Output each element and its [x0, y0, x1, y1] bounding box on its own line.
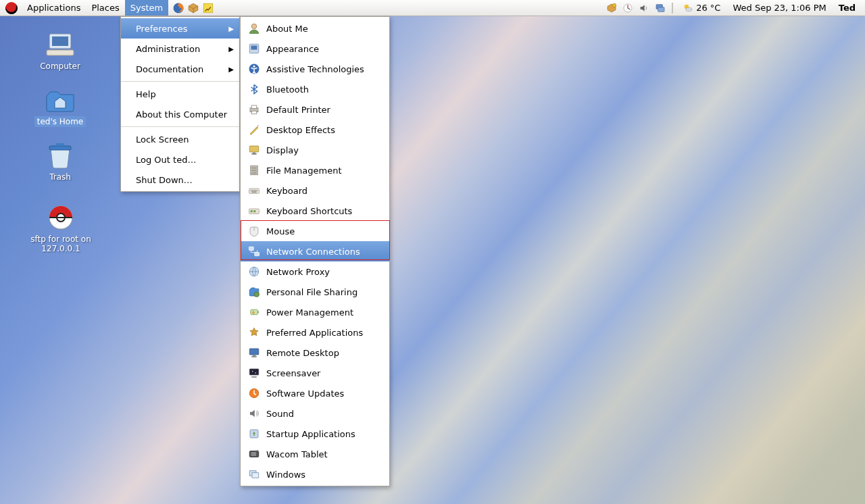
menu-item-label: Power Management: [266, 307, 353, 318]
firefox-launcher[interactable]: [171, 1, 186, 16]
pref-item-printer[interactable]: Default Printer: [241, 99, 389, 120]
svg-rect-21: [251, 105, 257, 109]
pref-item-screensaver[interactable]: Screensaver: [241, 363, 389, 383]
menu-item-label: Network Proxy: [266, 267, 330, 277]
pref-item-keyboard[interactable]: Keyboard: [241, 180, 389, 201]
menu-item-label: Display: [266, 145, 299, 155]
pref-item-network-proxy[interactable]: Network Proxy: [241, 261, 389, 282]
pref-item-sound[interactable]: Sound: [241, 403, 389, 424]
clock-applet[interactable]: Wed Sep 23, 1:06 PM: [728, 3, 830, 13]
svg-point-52: [255, 372, 257, 374]
effects-icon: [247, 123, 261, 136]
desktop-icon-home[interactable]: ted's Home: [23, 86, 97, 127]
menu-item-label: Default Printer: [266, 105, 330, 115]
submenu-arrow-icon: ▶: [228, 25, 234, 32]
svg-rect-24: [253, 153, 256, 154]
menu-item-label: Shut Down…: [136, 175, 193, 185]
pref-item-display[interactable]: Display: [241, 140, 389, 160]
desktop-icon-sftp[interactable]: sftp for root on 127.0.0.1: [14, 204, 108, 254]
menu-item-administration[interactable]: Administration ▶: [121, 39, 239, 59]
menu-item-label: About Me: [266, 24, 308, 34]
menu-item-label: Sound: [266, 409, 294, 419]
svg-rect-9: [52, 36, 68, 46]
package-manager-launcher[interactable]: [186, 1, 201, 16]
menu-item-lock-screen[interactable]: Lock Screen: [121, 129, 239, 149]
weather-applet[interactable]: 26 °C: [678, 3, 724, 14]
sftp-icon: [45, 204, 77, 231]
svg-rect-48: [253, 355, 256, 357]
pref-item-power-management[interactable]: Power Management: [241, 302, 389, 322]
svg-rect-46: [257, 311, 259, 313]
pref-item-keyboard-shortcuts[interactable]: Keyboard Shortcuts: [241, 201, 389, 221]
menu-item-label: Bluetooth: [266, 84, 309, 95]
svg-rect-27: [251, 168, 257, 169]
svg-rect-59: [252, 473, 259, 478]
remote-desktop-icon: [247, 346, 261, 359]
pref-item-windows[interactable]: Windows: [241, 464, 389, 484]
sound-icon: [247, 407, 261, 420]
menu-item-label: Appearance: [266, 44, 319, 54]
menu-item-label: Help: [136, 89, 156, 99]
pref-item-personal-file-sharing[interactable]: Personal File Sharing: [241, 282, 389, 302]
svg-rect-42: [255, 253, 260, 256]
menu-item-about[interactable]: About this Computer: [121, 104, 239, 124]
screensaver-icon: [247, 366, 261, 380]
pref-item-file-management[interactable]: File Management: [241, 160, 389, 180]
notes-launcher[interactable]: [201, 1, 216, 16]
volume-tray-icon[interactable]: [638, 2, 650, 14]
pref-item-network-connections[interactable]: Network Connections: [241, 241, 389, 261]
svg-rect-33: [253, 190, 255, 191]
pref-item-mouse[interactable]: Mouse: [241, 221, 389, 241]
svg-point-51: [252, 371, 253, 372]
svg-rect-57: [251, 452, 257, 456]
svg-point-7: [686, 7, 692, 11]
pref-item-about-me[interactable]: About Me: [241, 18, 389, 39]
system-menu[interactable]: System: [125, 0, 168, 16]
bluetooth-icon: [247, 82, 261, 96]
keyboard-shortcuts-icon: [247, 204, 261, 218]
pref-item-assistive[interactable]: Assistive Technologies: [241, 59, 389, 79]
tablet-icon: [247, 447, 261, 461]
preferred-apps-icon: [247, 326, 261, 339]
file-sharing-icon: [247, 285, 261, 299]
menu-item-preferences[interactable]: Preferences ▶: [121, 18, 239, 39]
user-menu[interactable]: Ted: [835, 3, 860, 13]
menu-item-logout[interactable]: Log Out ted…: [121, 149, 239, 170]
svg-rect-34: [255, 190, 257, 191]
pref-item-preferred-applications[interactable]: Preferred Applications: [241, 322, 389, 343]
desktop-icon-computer[interactable]: Computer: [23, 31, 97, 72]
network-connections-icon: [247, 245, 261, 258]
menu-item-documentation[interactable]: Documentation ▶: [121, 59, 239, 79]
svg-rect-47: [249, 349, 259, 355]
applications-menu[interactable]: Applications: [22, 0, 86, 16]
pref-item-remote-desktop[interactable]: Remote Desktop: [241, 343, 389, 363]
menu-item-help[interactable]: Help: [121, 84, 239, 104]
mouse-icon: [247, 224, 261, 238]
menu-item-label: File Management: [266, 166, 342, 176]
submenu-arrow-icon: ▶: [228, 66, 234, 73]
tray-separator: [672, 3, 673, 14]
pref-item-wacom-tablet[interactable]: Wacom Tablet: [241, 444, 389, 464]
cpu-meter-tray-icon[interactable]: [622, 2, 634, 14]
svg-rect-50: [249, 369, 259, 375]
menu-item-shutdown[interactable]: Shut Down…: [121, 170, 239, 190]
pref-item-appearance[interactable]: Appearance: [241, 39, 389, 59]
home-folder-icon: [44, 86, 76, 114]
pref-item-bluetooth[interactable]: Bluetooth: [241, 79, 389, 99]
pref-item-startup-applications[interactable]: Startup Applications: [241, 424, 389, 444]
svg-rect-29: [251, 172, 257, 174]
desktop-icon-trash[interactable]: Trash: [23, 142, 97, 182]
menu-item-label: About this Computer: [136, 109, 227, 120]
update-tray-icon[interactable]: [606, 2, 618, 14]
places-menu[interactable]: Places: [86, 0, 124, 16]
windows-icon: [247, 468, 261, 481]
svg-point-19: [253, 66, 255, 68]
pref-item-desktop-effects[interactable]: Desktop Effects: [241, 120, 389, 140]
redhat-logo-icon[interactable]: [5, 2, 18, 14]
menu-item-label: Preferred Applications: [266, 328, 363, 338]
svg-rect-53: [251, 376, 257, 378]
menu-item-label: Desktop Effects: [266, 125, 335, 135]
preferences-submenu: About Me Appearance Assistive Technologi…: [240, 16, 390, 486]
pref-item-software-updates[interactable]: Software Updates: [241, 383, 389, 403]
network-tray-icon[interactable]: [654, 2, 666, 14]
